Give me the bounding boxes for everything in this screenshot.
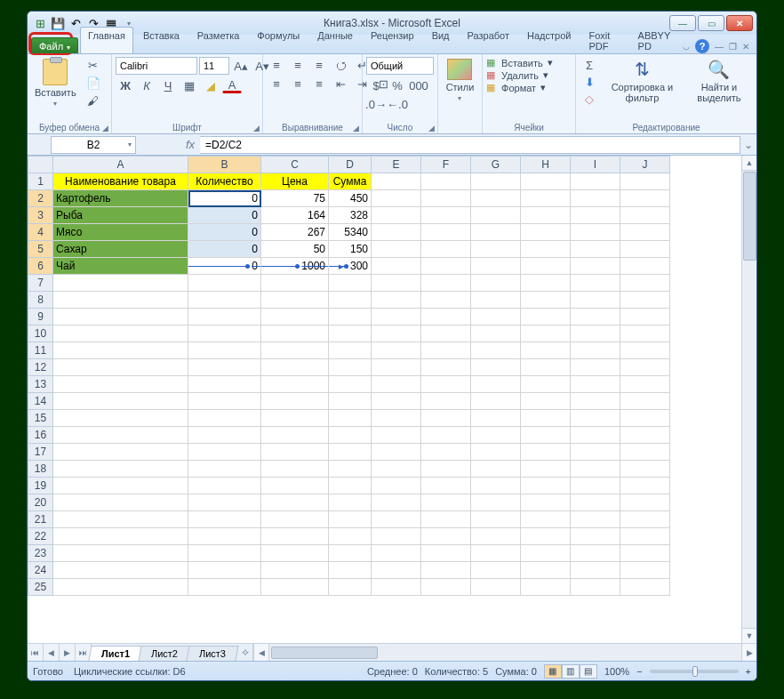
tab-формулы[interactable]: Формулы <box>249 27 308 53</box>
cell[interactable] <box>571 562 620 579</box>
close-button[interactable]: ✕ <box>726 15 753 31</box>
row-header-8[interactable]: 8 <box>28 292 53 309</box>
row-header-5[interactable]: 5 <box>28 241 53 258</box>
italic-button[interactable]: К <box>137 77 156 93</box>
vertical-scrollbar[interactable]: ▲ ▼ <box>741 156 756 643</box>
cell[interactable] <box>421 292 471 309</box>
cell[interactable] <box>329 461 372 478</box>
cell[interactable] <box>188 562 261 579</box>
cell[interactable] <box>421 393 471 410</box>
cell[interactable] <box>329 325 372 342</box>
sheet-tab-Лист1[interactable]: Лист1 <box>89 646 143 661</box>
sort-filter-button[interactable]: ⇅ Сортировка и фильтр <box>603 57 682 105</box>
cell[interactable] <box>421 342 471 359</box>
cell[interactable] <box>372 494 421 511</box>
cell[interactable] <box>571 461 620 478</box>
cell[interactable] <box>571 511 620 528</box>
cell[interactable] <box>471 427 521 444</box>
cell[interactable] <box>620 359 670 376</box>
cell-qty[interactable]: 0 <box>188 190 261 207</box>
select-all-corner[interactable] <box>28 157 53 173</box>
cell[interactable] <box>421 562 471 579</box>
borders-icon[interactable]: ▦ <box>180 77 199 93</box>
cell[interactable] <box>620 207 670 224</box>
cell[interactable] <box>620 292 670 309</box>
cell[interactable] <box>521 190 571 207</box>
cell[interactable] <box>421 207 471 224</box>
cell[interactable] <box>571 342 620 359</box>
cell[interactable] <box>372 292 421 309</box>
cell[interactable] <box>521 224 571 241</box>
cell[interactable] <box>620 309 670 325</box>
cell[interactable] <box>471 342 521 359</box>
cell[interactable] <box>421 444 471 461</box>
cells-insert-button[interactable]: ▦ Вставить ▾ <box>486 57 553 68</box>
cell[interactable] <box>329 444 372 461</box>
cell-price[interactable]: 75 <box>261 190 329 207</box>
cell[interactable] <box>188 478 261 494</box>
col-header-A[interactable]: A <box>53 157 188 173</box>
row-header-20[interactable]: 20 <box>28 494 53 511</box>
col-header-D[interactable]: D <box>329 157 372 173</box>
fx-icon[interactable]: fx <box>180 138 200 151</box>
tab-разработ[interactable]: Разработ <box>460 27 517 53</box>
cell[interactable] <box>521 511 571 528</box>
cell-sum[interactable]: ▸300 <box>329 258 372 275</box>
cell[interactable] <box>571 579 620 596</box>
cell[interactable] <box>471 258 521 275</box>
cell[interactable] <box>329 393 372 410</box>
cell[interactable] <box>571 427 620 444</box>
cell[interactable] <box>521 579 571 596</box>
cell[interactable] <box>421 190 471 207</box>
col-header-E[interactable]: E <box>372 157 421 173</box>
hscroll-thumb[interactable] <box>271 647 378 659</box>
row-header-18[interactable]: 18 <box>28 461 53 478</box>
cell[interactable] <box>53 427 188 444</box>
zoom-slider[interactable] <box>650 670 739 673</box>
cell[interactable] <box>329 410 372 427</box>
cell[interactable] <box>471 292 521 309</box>
cell[interactable] <box>53 325 188 342</box>
cell-price[interactable]: 1000 <box>261 258 329 275</box>
cell[interactable] <box>261 528 329 545</box>
cell[interactable] <box>329 376 372 393</box>
table-header-cell[interactable]: Сумма <box>329 173 372 190</box>
cell[interactable] <box>261 275 329 292</box>
cell[interactable] <box>620 173 670 190</box>
cell[interactable] <box>372 562 421 579</box>
row-header-6[interactable]: 6 <box>28 258 53 275</box>
row-header-12[interactable]: 12 <box>28 359 53 376</box>
cells-delete-button[interactable]: ▦ Удалить ▾ <box>486 69 548 81</box>
tab-главная[interactable]: Главная <box>80 27 133 53</box>
col-header-J[interactable]: J <box>620 157 670 173</box>
cell[interactable] <box>261 545 329 562</box>
cell[interactable] <box>571 444 620 461</box>
cell[interactable] <box>421 224 471 241</box>
cell[interactable] <box>261 342 329 359</box>
number-format-combo[interactable]: Общий <box>366 57 434 75</box>
cell[interactable] <box>471 190 521 207</box>
cell[interactable] <box>53 309 188 325</box>
row-header-23[interactable]: 23 <box>28 545 53 562</box>
cell[interactable] <box>521 427 571 444</box>
tab-file[interactable]: Файл <box>31 37 78 53</box>
cell[interactable] <box>329 494 372 511</box>
cell[interactable] <box>372 359 421 376</box>
cell[interactable] <box>53 444 188 461</box>
cell[interactable] <box>571 393 620 410</box>
cell[interactable] <box>188 309 261 325</box>
formula-input[interactable]: =D2/C2 <box>200 136 740 154</box>
cell[interactable] <box>620 511 670 528</box>
cell[interactable] <box>620 461 670 478</box>
cell[interactable] <box>372 427 421 444</box>
cell[interactable] <box>471 494 521 511</box>
row-header-11[interactable]: 11 <box>28 342 53 359</box>
underline-button[interactable]: Ч <box>158 77 178 93</box>
cell[interactable] <box>421 241 471 258</box>
cell-sum[interactable]: 450 <box>329 190 372 207</box>
tab-надстрой[interactable]: Надстрой <box>519 27 579 53</box>
cell[interactable] <box>471 224 521 241</box>
cell[interactable] <box>329 579 372 596</box>
col-header-B[interactable]: B <box>188 157 261 173</box>
cell[interactable] <box>571 241 620 258</box>
